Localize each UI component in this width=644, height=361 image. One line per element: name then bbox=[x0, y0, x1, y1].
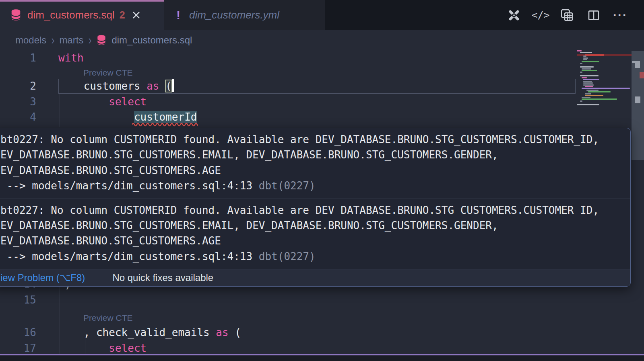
minimap-code-line bbox=[586, 90, 599, 91]
code-token: ( bbox=[165, 80, 172, 92]
more-actions-icon[interactable]: ··· bbox=[613, 8, 628, 23]
minimap-code-line bbox=[582, 77, 587, 78]
code-token: select bbox=[109, 96, 147, 108]
indent-guide bbox=[98, 94, 98, 127]
code-token bbox=[159, 80, 165, 92]
tab-label: dim_customers.sql bbox=[27, 9, 115, 21]
table-copy-icon[interactable] bbox=[559, 8, 575, 23]
editor-actions: </> ··· bbox=[506, 0, 628, 30]
minimap-code-line bbox=[583, 84, 594, 86]
minimap-code-line bbox=[585, 86, 593, 87]
bottom-strip bbox=[0, 355, 644, 361]
problem-count-badge: 2 bbox=[120, 9, 125, 21]
codelens-preview-cte[interactable]: Preview CTE bbox=[83, 67, 133, 79]
minimap-code-line bbox=[580, 63, 582, 64]
overview-ruler-mark bbox=[635, 96, 640, 103]
minimap-code-line bbox=[583, 55, 586, 57]
diagnostic-location-line: --> models/marts/dim_customers.sql:4:13 … bbox=[0, 249, 622, 264]
diagnostic-location-line: --> models/marts/dim_customers.sql:4:13 … bbox=[0, 178, 622, 193]
view-problem-link[interactable]: iew Problem (⌥F8) bbox=[0, 272, 85, 283]
minimap[interactable] bbox=[577, 50, 630, 111]
minimap-code-line bbox=[580, 101, 582, 102]
minimap-code-line bbox=[580, 72, 582, 73]
minimap-code-line bbox=[583, 79, 599, 80]
minimap-code-line bbox=[582, 98, 617, 100]
minimap-code-line bbox=[582, 97, 590, 98]
code-token: check_valid_emails bbox=[96, 326, 210, 338]
indent-guide bbox=[60, 94, 60, 127]
warning-icon: ! bbox=[176, 8, 180, 22]
diagnostic-location: --> models/marts/dim_customers.sql:4:13 bbox=[0, 250, 252, 263]
minimap-error-core bbox=[585, 54, 604, 56]
no-quick-fixes-label: No quick fixes available bbox=[112, 272, 213, 283]
tab-label: dim_customers.yml bbox=[189, 9, 279, 21]
minimap-code-line bbox=[580, 75, 599, 76]
split-editor-icon[interactable] bbox=[586, 8, 601, 23]
line-number: 1 bbox=[12, 50, 36, 66]
diagnostic-source-code[interactable]: dbt(0227) bbox=[252, 250, 316, 263]
database-icon bbox=[96, 35, 107, 46]
diagnostic-text-line: bt0227: No column CUSTOMERID found. Avai… bbox=[0, 203, 622, 218]
active-tab-accent bbox=[0, 0, 164, 2]
diagnostic-source-code[interactable]: dbt(0227) bbox=[252, 180, 316, 192]
line-number: 16 bbox=[12, 325, 36, 340]
code-line[interactable]: , check_valid_emails as ( bbox=[84, 325, 241, 340]
code-token: with bbox=[58, 52, 84, 64]
hover-status-bar: iew Problem (⌥F8) No quick fixes availab… bbox=[0, 269, 630, 286]
code-token: , bbox=[84, 326, 96, 338]
line-number: 17 bbox=[12, 340, 36, 354]
code-token: customers bbox=[84, 80, 147, 92]
minimap-code-line bbox=[588, 91, 611, 92]
diagnostic-text-line: EV_DATABASE.BRUNO.STG_CUSTOMERS.AGE bbox=[0, 163, 622, 178]
tab-dim-customers-yml[interactable]: ! dim_customers.yml bbox=[164, 0, 325, 30]
codelens-preview-cte[interactable]: Preview CTE bbox=[83, 312, 133, 324]
diagnostic-hover: bt0227: No column CUSTOMERID found. Avai… bbox=[0, 128, 631, 287]
minimap-code-line bbox=[582, 70, 597, 71]
minimap-code-line bbox=[583, 57, 588, 59]
dbt-icon[interactable] bbox=[506, 8, 522, 23]
code-token: customerId bbox=[134, 111, 197, 123]
line-number: 4 bbox=[12, 109, 36, 125]
code-token bbox=[210, 326, 216, 338]
minimap-code-line bbox=[577, 104, 599, 105]
minimap-code-line bbox=[582, 68, 591, 70]
code-icon[interactable]: </> bbox=[533, 8, 548, 23]
line-number: 3 bbox=[12, 94, 36, 109]
overview-ruler-mark bbox=[635, 63, 640, 68]
vscode-window: 1withPreview CTE2customers as (3select4c… bbox=[0, 0, 644, 361]
breadcrumb-item-models[interactable]: models bbox=[15, 35, 46, 46]
diagnostic-location: --> models/marts/dim_customers.sql:4:13 bbox=[0, 180, 252, 192]
minimap-code-line bbox=[582, 88, 630, 89]
code-line[interactable]: select bbox=[109, 94, 147, 109]
breadcrumb-item-file[interactable]: dim_customers.sql bbox=[111, 35, 192, 46]
minimap-code-line bbox=[583, 81, 592, 82]
chevron-right-icon: › bbox=[88, 33, 91, 47]
code-line[interactable]: with bbox=[58, 50, 84, 66]
line-number: 2 bbox=[12, 78, 36, 94]
diagnostic-text-line: EV_DATABASE.BRUNO.STG_CUSTOMERS.EMAIL, D… bbox=[0, 218, 622, 233]
code-token: ( bbox=[235, 326, 241, 338]
diagnostic-text-line: EV_DATABASE.BRUNO.STG_CUSTOMERS.AGE bbox=[0, 233, 622, 248]
tab-dim-customers-sql[interactable]: dim_customers.sql 2 bbox=[0, 0, 164, 30]
code-token: select bbox=[109, 342, 147, 354]
code-token bbox=[229, 326, 235, 338]
indent-guide bbox=[60, 281, 60, 354]
database-icon bbox=[10, 9, 22, 21]
minimap-code-line bbox=[583, 82, 593, 84]
minimap-code-line bbox=[582, 61, 599, 62]
text-cursor bbox=[172, 79, 174, 92]
overview-ruler-mark bbox=[640, 72, 644, 78]
code-line[interactable]: customers as ( bbox=[84, 78, 174, 94]
minimap-code-line bbox=[585, 95, 603, 96]
code-token: as bbox=[216, 326, 228, 338]
close-icon[interactable] bbox=[132, 10, 141, 20]
minimap-code-line bbox=[583, 59, 587, 60]
minimap-code-line bbox=[580, 66, 594, 68]
editor-tab-bar: dim_customers.sql 2 ! dim_customers.yml … bbox=[0, 0, 644, 30]
breadcrumb-item-marts[interactable]: marts bbox=[59, 35, 83, 46]
code-line[interactable]: select bbox=[109, 340, 147, 354]
diagnostic-message: bt0227: No column CUSTOMERID found. Avai… bbox=[0, 199, 630, 269]
line-number: 15 bbox=[12, 292, 36, 308]
chevron-right-icon: › bbox=[51, 33, 54, 47]
minimap-code-line bbox=[585, 93, 591, 94]
